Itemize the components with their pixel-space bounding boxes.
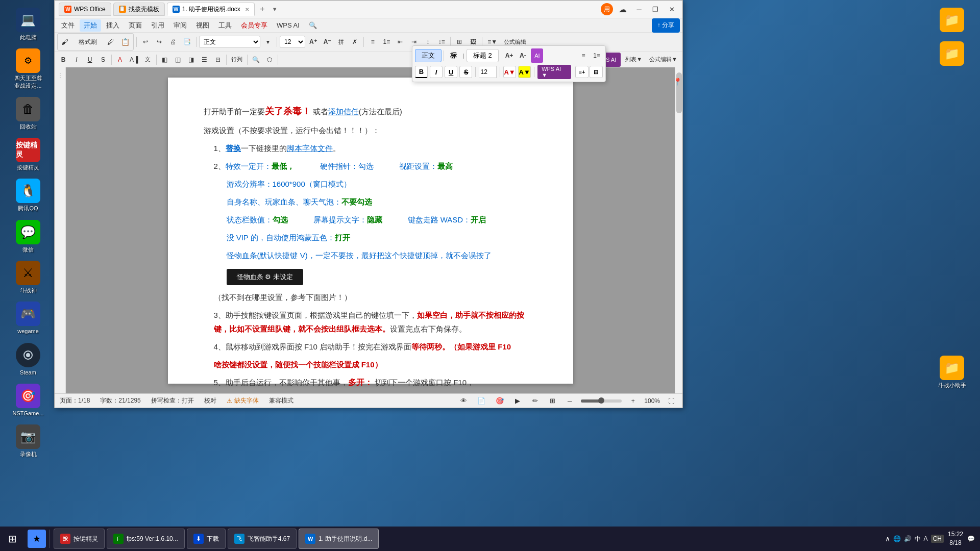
tray-volume[interactable]: 🔊	[904, 535, 912, 542]
undo-btn[interactable]: ↩	[139, 35, 152, 49]
share-btn[interactable]: ↑ 分享	[652, 18, 680, 33]
align-right-btn[interactable]: ◨	[185, 53, 198, 67]
outline-btn[interactable]: 列表▼	[623, 53, 645, 67]
style-name-btn[interactable]: 格式刷	[72, 35, 103, 49]
eraser-btn[interactable]: 📋	[118, 35, 132, 49]
numbering-icon-btn[interactable]: 1≡	[591, 48, 603, 63]
desktop-icon-folder3[interactable]: 📁 斗战小助手	[929, 353, 975, 391]
desktop-icon-recycle[interactable]: 🗑 回收站	[5, 94, 51, 133]
menu-wps-ai[interactable]: WPS AI	[273, 20, 304, 31]
align-left-btn[interactable]: ◧	[159, 53, 171, 67]
zoom-in-btn[interactable]: +	[627, 394, 639, 408]
desktop-icon-camera[interactable]: 📷 录像机	[5, 422, 51, 460]
font-increase-btn[interactable]: A⁺	[307, 35, 320, 49]
tray-ch[interactable]: CH	[931, 535, 944, 543]
taskbar-feizhi[interactable]: 飞 飞智能助手4.67	[228, 529, 297, 549]
menu-vip[interactable]: 会员专享	[237, 19, 272, 32]
panel-outline-btn[interactable]: ≡+	[575, 66, 589, 78]
desktop-icon-wegame[interactable]: 🎮 wegame	[5, 299, 51, 337]
desktop-icon-nstgame[interactable]: 🎯 NSTGame...	[5, 381, 51, 419]
style-biaoti2-btn[interactable]: 标题 2	[467, 49, 499, 62]
tray-network[interactable]: 🌐	[893, 535, 901, 542]
paint-btn[interactable]: 🖊	[105, 35, 117, 49]
table-formula-btn[interactable]: 公式编辑▼	[647, 53, 680, 67]
panel-underline-btn[interactable]: U	[445, 66, 457, 78]
desktop-icon-keyjijian[interactable]: 按键精灵 按键精灵	[5, 135, 51, 173]
tab-add-button[interactable]: +	[257, 4, 268, 15]
panel-bold-btn[interactable]: B	[415, 66, 428, 78]
tab-wps-office[interactable]: W WPS Office	[59, 3, 111, 16]
menu-file[interactable]: 文件	[57, 19, 79, 32]
close-btn[interactable]: ✕	[665, 4, 678, 15]
tab-close-btn[interactable]: ✕	[245, 7, 249, 12]
bold-btn[interactable]: B	[57, 53, 69, 67]
row-btn[interactable]: 行列	[229, 53, 245, 67]
zoom-slider[interactable]	[581, 399, 622, 403]
desktop-icon-computer[interactable]: 💻 此电脑	[5, 5, 51, 43]
panel-align-btn[interactable]: ⊟	[590, 66, 603, 78]
panel-font-color[interactable]: A▼	[503, 66, 516, 78]
menu-insert[interactable]: 插入	[102, 19, 124, 32]
font-select[interactable]: 正文 宋体 微软雅黑	[199, 36, 260, 48]
tray-ime[interactable]: 中	[915, 535, 921, 543]
taskbar-download[interactable]: ⬇ 下载	[187, 529, 226, 549]
tab-help-doc[interactable]: W 1. 助手使用说明.docx ✕	[167, 3, 255, 16]
panel-bg-color[interactable]: A▼	[518, 66, 531, 78]
align-justify-btn[interactable]: ☰	[199, 53, 211, 67]
start-button[interactable]: ⊞	[0, 527, 24, 551]
align-dist-btn[interactable]: ⊟	[212, 53, 224, 67]
tray-show-hidden[interactable]: ∧	[885, 535, 890, 543]
font-dropdown[interactable]: ▼	[262, 35, 274, 49]
format-brush-btn[interactable]: 🖌	[59, 35, 71, 49]
ai-search-btn[interactable]: AI	[531, 48, 543, 63]
tray-notification[interactable]: 💬	[967, 535, 975, 542]
menu-start[interactable]: 开始	[80, 19, 101, 32]
taskbar-pin-bookmark[interactable]: ★	[28, 530, 46, 548]
desktop-icon-qq[interactable]: 🐧 腾讯QQ	[5, 176, 51, 214]
taskbar-fps-app[interactable]: F fps:59 Ver:1.6.10...	[107, 529, 185, 549]
bullet-list-btn[interactable]: ≡	[366, 35, 379, 49]
menu-page[interactable]: 页面	[125, 19, 146, 32]
read-mode-btn[interactable]: 👁	[457, 394, 470, 408]
panel-font-size[interactable]	[479, 66, 497, 78]
play-btn[interactable]: ▶	[511, 394, 524, 408]
clear-format-btn[interactable]: ✗	[349, 35, 361, 49]
desktop-icon-folder1[interactable]: 📁	[929, 5, 975, 36]
focus-mode-btn[interactable]: 🎯	[493, 394, 506, 408]
page-mode-btn[interactable]: 📄	[475, 394, 488, 408]
font-size-up2[interactable]: A+	[503, 48, 516, 63]
panel-strikethrough-btn[interactable]: S̶	[459, 66, 472, 78]
zoom-thumb[interactable]	[598, 397, 604, 404]
tab-find-template[interactable]: 📋 找拨壳模板	[113, 3, 165, 16]
right-scrollbar[interactable]: 📍	[675, 67, 682, 393]
drag-handle[interactable]: ⋮	[55, 70, 66, 80]
desktop-icon-setup[interactable]: ⚙ 四天王至尊业战设定...	[5, 46, 51, 92]
tray-ime2[interactable]: A	[924, 535, 928, 542]
print-btn[interactable]: 🖨	[167, 35, 179, 49]
panel-wps-ai-btn[interactable]: WPS AI ▼	[537, 65, 571, 79]
font-decrease-btn[interactable]: A⁻	[321, 35, 334, 49]
menu-view[interactable]: 视图	[192, 19, 213, 32]
fullscreen-btn[interactable]: ⛶	[665, 394, 677, 408]
panel-italic-btn[interactable]: I	[430, 66, 443, 78]
list-icon-btn[interactable]: ≡	[577, 48, 590, 63]
desktop-icon-wechat[interactable]: 💬 微信	[5, 217, 51, 256]
status-expand-btn[interactable]: ⊞	[546, 394, 558, 408]
desktop-icon-folder2[interactable]: 📁	[929, 39, 975, 70]
minimize-btn[interactable]: ─	[632, 4, 646, 15]
document-area[interactable]: 打开助手前一定要关了杀毒！ 或者添加信任(方法在最后) 游戏设置（不按要求设置，…	[66, 67, 675, 393]
font-size-dn2[interactable]: A-	[517, 48, 529, 63]
menu-quote[interactable]: 引用	[147, 19, 168, 32]
save-to-cloud-btn[interactable]: ☁	[616, 2, 629, 16]
redo-btn[interactable]: ↪	[153, 35, 165, 49]
copy-format-btn[interactable]: 📑	[181, 35, 193, 49]
menu-review[interactable]: 审阅	[169, 19, 191, 32]
annotate-btn[interactable]: ✏	[529, 394, 541, 408]
indent-decrease-btn[interactable]: ⇤	[394, 35, 406, 49]
numbered-list-btn[interactable]: 1≡	[380, 35, 393, 49]
italic-btn[interactable]: I	[70, 53, 83, 67]
zoom-out-btn[interactable]: ─	[564, 394, 576, 408]
font-size-select[interactable]: 12 14 16	[280, 36, 305, 48]
desktop-icon-steam[interactable]: Steam	[5, 340, 51, 379]
text-btn[interactable]: 文	[142, 53, 154, 67]
